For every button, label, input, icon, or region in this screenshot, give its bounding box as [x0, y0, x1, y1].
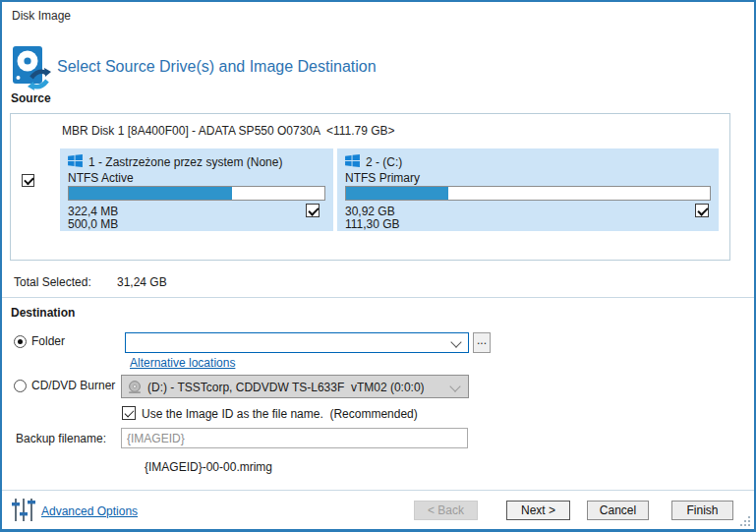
cancel-button[interactable]: Cancel [587, 501, 649, 520]
cd-dvd-device-value: (D:) - TSSTcorp, CDDVDW TS-L633F vTM02 (… [147, 381, 425, 394]
resize-grip[interactable] [738, 514, 752, 528]
partition-usage-fill [346, 187, 448, 200]
windows-logo-icon [68, 154, 83, 167]
chevron-down-icon [449, 381, 460, 391]
folder-radio[interactable] [14, 335, 27, 348]
sliders-icon [12, 497, 35, 523]
partition-tile-1[interactable]: 1 - Zastrzeżone przez system (None) NTFS… [60, 148, 333, 231]
page-title: Select Source Drive(s) and Image Destina… [57, 58, 377, 76]
total-selected-label: Total Selected: [14, 275, 91, 289]
section-divider [2, 297, 756, 298]
disk-title: MBR Disk 1 [8A400F00] - ADATA SP550 O073… [62, 124, 395, 138]
use-image-id-label: Use the Image ID as the file name. (Reco… [142, 407, 418, 421]
footer-divider [2, 490, 756, 491]
disk-image-dialog: Disk Image Select Source Drive(s) and Im… [0, 0, 756, 532]
cd-dvd-radio[interactable] [14, 380, 27, 392]
partition-tile-2[interactable]: 2 - (C:) NTFS Primary 30,92 GB 111,30 GB [337, 148, 719, 231]
disk-image-icon [12, 45, 51, 91]
disk-select-checkbox[interactable] [22, 174, 34, 187]
partition-used-size: 322,4 MB [68, 205, 118, 218]
partition-total-size: 111,30 GB [345, 217, 400, 231]
partition-select-checkbox[interactable] [695, 204, 709, 217]
total-selected-value: 31,24 GB [117, 275, 167, 289]
window-title: Disk Image [12, 9, 71, 23]
advanced-options-link[interactable]: Advanced Options [41, 504, 138, 518]
partition-filesystem: NTFS Active [68, 171, 134, 185]
partition-usage-bar [68, 186, 325, 201]
partition-filesystem: NTFS Primary [345, 171, 420, 185]
cd-dvd-radio-label: CD/DVD Burner [31, 379, 115, 392]
partition-select-checkbox[interactable] [306, 204, 320, 217]
partition-total-size: 500,0 MB [68, 217, 118, 231]
partition-usage-fill [69, 187, 232, 200]
windows-logo-icon [345, 154, 360, 167]
source-group-box: MBR Disk 1 [8A400F00] - ADATA SP550 O073… [10, 113, 730, 261]
finish-button[interactable]: Finish [671, 501, 733, 520]
next-button[interactable]: Next > [506, 501, 570, 520]
filename-preview: {IMAGEID}-00-00.mrimg [145, 460, 272, 474]
source-section-label: Source [11, 91, 51, 105]
back-button[interactable]: < Back [414, 501, 478, 520]
folder-path-combobox[interactable] [125, 332, 469, 353]
browse-folder-button[interactable]: ... [473, 332, 491, 353]
backup-filename-input[interactable] [121, 428, 468, 448]
use-image-id-checkbox[interactable] [122, 406, 136, 420]
folder-radio-label: Folder [31, 334, 65, 348]
cd-dvd-device-dropdown[interactable]: (D:) - TSSTcorp, CDDVDW TS-L633F vTM02 (… [121, 375, 469, 398]
alternative-locations-link[interactable]: Alternative locations [130, 356, 235, 370]
partition-title: 1 - Zastrzeżone przez system (None) [88, 155, 282, 169]
disk-image-icon-svg [12, 45, 51, 91]
destination-section-label: Destination [11, 306, 75, 320]
chevron-down-icon [450, 336, 461, 347]
partition-usage-bar [345, 186, 711, 201]
partition-title: 2 - (C:) [366, 155, 402, 169]
cd-drive-icon [128, 381, 142, 394]
partition-used-size: 30,92 GB [345, 205, 395, 218]
backup-filename-label: Backup filename: [16, 432, 106, 445]
